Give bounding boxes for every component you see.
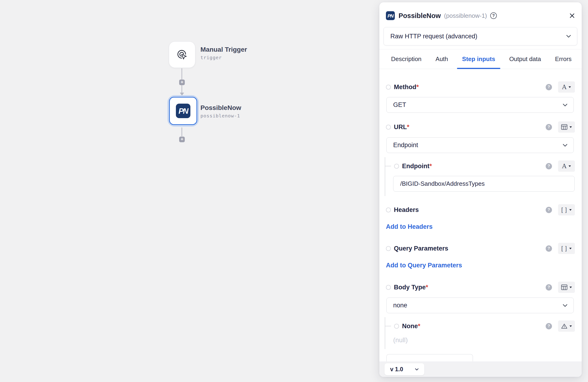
headers-field-row: Headers ? [ ]	[386, 204, 575, 216]
help-icon[interactable]: ?	[490, 12, 497, 19]
required-marker: *	[407, 124, 410, 130]
add-to-headers-link[interactable]: Add to Headers	[386, 223, 433, 231]
caret-down-icon	[569, 287, 572, 288]
endpoint-connect-radio[interactable]	[394, 164, 399, 169]
operation-select-value: Raw HTTP request (advanced)	[390, 33, 477, 40]
tree-connector-line	[385, 157, 385, 196]
connector-line	[182, 127, 182, 136]
method-field-row: Method* ? A	[386, 81, 575, 93]
panel-header: PN PossibleNow (possiblenow-1) ?	[379, 7, 582, 24]
possiblenow-logo-icon: PN	[386, 11, 395, 20]
method-select-value: GET	[393, 101, 406, 108]
help-icon[interactable]: ?	[546, 323, 552, 329]
required-marker: *	[418, 323, 420, 330]
endpoint-type-selector[interactable]: A	[558, 160, 575, 172]
possiblenow-node-title: PossibleNow	[200, 104, 241, 112]
url-select-value: Endpoint	[393, 142, 418, 149]
chevron-down-icon	[415, 368, 419, 371]
none-field-row: None* ?	[394, 320, 575, 332]
required-marker: *	[416, 84, 419, 90]
trigger-node-title: Manual Trigger	[200, 46, 247, 53]
chevron-down-icon	[563, 104, 567, 106]
method-label: Method*	[394, 84, 419, 91]
possiblenow-node-subtitle: possiblenow-1	[200, 113, 240, 119]
panel-tabs: Description Auth Step inputs Output data…	[379, 49, 582, 69]
body-type-select[interactable]: none	[386, 297, 574, 313]
chevron-down-icon	[566, 35, 571, 38]
body-type-type-selector[interactable]	[558, 282, 575, 293]
tab-output-data[interactable]: Output data	[509, 49, 541, 69]
query-parameters-label: Query Parameters	[394, 245, 448, 252]
query-parameters-field-row: Query Parameters ? [ ]	[386, 243, 575, 254]
manual-trigger-node[interactable]	[169, 42, 195, 68]
endpoint-input[interactable]	[393, 176, 575, 191]
headers-label: Headers	[394, 206, 419, 213]
array-type-icon: [ ]	[561, 207, 567, 213]
endpoint-field-row: Endpoint* ? A	[394, 160, 575, 172]
cropped-input[interactable]	[386, 354, 473, 361]
tab-step-inputs[interactable]: Step inputs	[462, 49, 495, 69]
caret-down-icon	[568, 86, 571, 88]
tree-connector-dash	[385, 326, 391, 326]
possiblenow-node-selection-halo: PN	[168, 95, 199, 127]
panel-footer: v 1.0	[379, 361, 582, 377]
text-type-icon: A	[562, 84, 567, 90]
none-value-placeholder[interactable]: (null)	[393, 336, 408, 344]
required-marker: *	[426, 284, 428, 291]
headers-connect-radio[interactable]	[386, 208, 391, 212]
body-type-connect-radio[interactable]	[386, 285, 391, 290]
url-connect-radio[interactable]	[386, 125, 391, 129]
method-type-selector[interactable]: A	[558, 81, 575, 93]
add-to-query-parameters-link[interactable]: Add to Query Parameters	[386, 262, 462, 269]
method-select[interactable]: GET	[386, 97, 574, 113]
trigger-node-subtitle: trigger	[200, 55, 222, 60]
manual-trigger-icon	[175, 48, 189, 62]
tab-description[interactable]: Description	[391, 49, 421, 69]
tree-connector-line	[385, 317, 385, 349]
help-icon[interactable]: ?	[546, 84, 552, 90]
tab-errors[interactable]: Errors	[555, 49, 572, 69]
none-type-selector[interactable]	[558, 320, 575, 332]
body-type-label: Body Type*	[394, 284, 428, 291]
url-field-row: URL* ?	[386, 121, 575, 133]
help-icon[interactable]: ?	[546, 163, 552, 169]
workflow-builder-screen: Manual Trigger trigger + PN PossibleNow …	[0, 0, 588, 382]
tab-auth[interactable]: Auth	[436, 49, 448, 69]
method-connect-radio[interactable]	[386, 85, 391, 90]
caret-down-icon	[569, 126, 572, 128]
body-type-field-row: Body Type* ?	[386, 281, 575, 293]
tree-connector-dash	[385, 166, 391, 166]
headers-type-selector[interactable]: [ ]	[558, 204, 575, 215]
panel-instance-name: (possiblenow-1)	[444, 12, 487, 20]
query-parameters-type-selector[interactable]: [ ]	[558, 243, 575, 254]
chevron-down-icon	[563, 144, 567, 147]
close-icon[interactable]	[569, 13, 575, 19]
endpoint-label: Endpoint*	[402, 163, 432, 170]
caret-down-icon	[569, 209, 572, 211]
url-type-selector[interactable]	[558, 121, 575, 133]
caret-down-icon	[569, 248, 572, 249]
operation-select[interactable]: Raw HTTP request (advanced)	[384, 27, 577, 45]
help-icon[interactable]: ?	[546, 284, 552, 291]
help-icon[interactable]: ?	[546, 245, 552, 252]
object-type-icon	[561, 124, 567, 130]
help-icon[interactable]: ?	[546, 207, 552, 213]
possiblenow-node[interactable]: PN	[169, 97, 197, 125]
help-icon[interactable]: ?	[546, 124, 552, 130]
svg-text:PN: PN	[178, 107, 189, 115]
object-type-icon	[561, 284, 567, 290]
none-label: None*	[402, 323, 420, 330]
url-select[interactable]: Endpoint	[386, 137, 574, 153]
query-parameters-connect-radio[interactable]	[386, 246, 391, 251]
step-config-panel: PN PossibleNow (possiblenow-1) ? Raw HTT…	[379, 2, 582, 377]
version-select[interactable]: v 1.0	[384, 363, 424, 375]
panel-title: PossibleNow	[399, 12, 441, 20]
version-select-value: v 1.0	[390, 366, 403, 373]
caret-down-icon	[569, 325, 572, 327]
none-connect-radio[interactable]	[394, 324, 399, 329]
add-step-button[interactable]: +	[179, 80, 185, 85]
url-label: URL*	[394, 124, 409, 131]
svg-text:PN: PN	[388, 13, 394, 19]
add-step-button[interactable]: +	[179, 137, 185, 142]
required-marker: *	[429, 163, 432, 170]
